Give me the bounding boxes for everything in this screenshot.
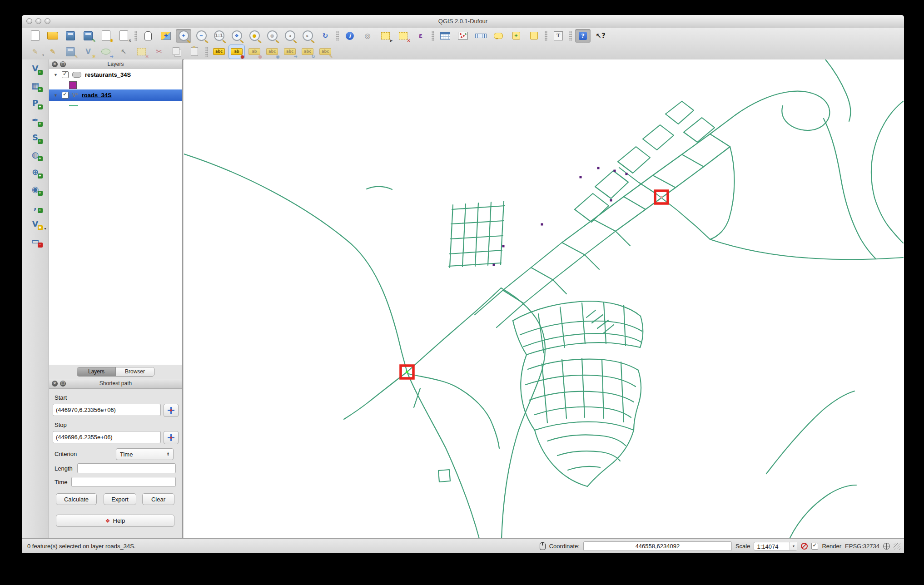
mouse-position-icon[interactable] <box>540 542 546 550</box>
open-project-button[interactable] <box>45 29 60 43</box>
run-feature-action-button[interactable]: ◎ <box>360 29 375 43</box>
coordinate-input[interactable]: 446558,6234092 <box>583 541 732 551</box>
label-move-button[interactable]: abc➜ <box>282 45 298 59</box>
map-tips-button[interactable] <box>491 29 506 43</box>
zoom-out-button[interactable]: − <box>194 29 209 43</box>
add-spatialite-layer-button[interactable]: ✒+ <box>26 112 45 129</box>
add-mssql-layer-button[interactable]: S+ <box>26 129 45 146</box>
criterion-select[interactable]: Time ▲▼ <box>116 448 174 460</box>
layer-tree[interactable]: ▼restaurants_34S▼V°roads_34S <box>49 69 182 365</box>
layer-name-label[interactable]: restaurants_34S <box>85 71 131 78</box>
select-features-button[interactable]: ➤ <box>378 29 393 43</box>
save-project-as-button[interactable]: ✎ <box>80 29 96 43</box>
add-delimited-text-layer-button[interactable]: ,+ <box>26 198 45 215</box>
add-wfs-layer-button[interactable]: ◉+ <box>26 181 45 198</box>
show-bookmarks-button[interactable] <box>526 29 541 43</box>
labeling-button[interactable]: abc <box>211 45 227 59</box>
zoom-full-button[interactable]: ❖ <box>229 29 244 43</box>
label-pin-button[interactable]: ab● <box>229 45 244 59</box>
crs-globe-icon[interactable] <box>883 543 890 550</box>
add-feature-button[interactable]: V✱ <box>80 45 96 59</box>
zoom-next-button[interactable]: ▸ <box>300 29 315 43</box>
stop-capture-button[interactable] <box>164 431 179 444</box>
toggle-editing-button[interactable]: ✎ <box>45 45 60 59</box>
zoom-last-button[interactable]: ◂ <box>282 29 298 43</box>
copy-features-button[interactable] <box>169 45 184 59</box>
tab-browser[interactable]: Browser <box>115 367 154 376</box>
layer-name-label[interactable]: roads_34S <box>82 92 112 99</box>
zoom-native-button[interactable]: 1:1 <box>211 29 227 43</box>
layer-item-restaurants_34S[interactable]: ▼restaurants_34S <box>49 69 182 80</box>
layers-panel-float-icon[interactable]: ❐ <box>60 61 66 67</box>
label-highlight-pinned-button[interactable]: ab● <box>247 45 262 59</box>
add-wcs-layer-button[interactable]: ⊕+ <box>26 164 45 180</box>
scale-dropdown-icon[interactable]: ▼ <box>790 542 797 550</box>
label-properties-button[interactable]: abc✎ <box>318 45 333 59</box>
select-by-expression-button[interactable]: ε <box>413 29 428 43</box>
help-contents-button[interactable]: ? <box>575 29 591 43</box>
layers-panel-close-icon[interactable]: ✕ <box>52 61 58 67</box>
label-rotate-button[interactable]: abc↻ <box>300 45 315 59</box>
render-checkbox[interactable] <box>811 543 818 550</box>
add-raster-layer-button[interactable]: ▦+ <box>26 77 45 94</box>
add-vector-layer-button[interactable]: V+ <box>26 60 45 77</box>
measure-line-button[interactable] <box>473 29 488 43</box>
layer-item-roads_34S[interactable]: ▼V°roads_34S <box>49 89 182 101</box>
identify-features-button[interactable]: i <box>342 29 358 43</box>
road-feature <box>592 315 603 323</box>
zoom-to-selection-button[interactable]: ● <box>264 29 280 43</box>
zoom-in-button[interactable]: + <box>176 29 191 43</box>
label-show-hide-button[interactable]: abc◉ <box>264 45 280 59</box>
calculate-button[interactable]: Calculate <box>56 493 97 505</box>
scale-combo[interactable]: 1:14074 ▼ <box>754 542 797 550</box>
cut-features-button[interactable]: ✂ <box>151 45 167 59</box>
clear-button[interactable]: Clear <box>142 493 174 505</box>
length-output[interactable] <box>77 463 176 473</box>
pan-to-selection-button[interactable] <box>158 29 174 43</box>
zoom-to-layer-button[interactable]: ● <box>247 29 262 43</box>
stop-render-icon[interactable] <box>801 543 808 550</box>
open-attribute-table-button[interactable] <box>437 29 453 43</box>
new-project-button[interactable] <box>27 29 43 43</box>
title-bar[interactable]: QGIS 2.0.1-Dufour <box>22 15 904 28</box>
start-capture-button[interactable] <box>164 404 179 417</box>
time-output[interactable] <box>71 477 176 487</box>
tab-layers[interactable]: Layers <box>77 367 115 376</box>
remove-layer-button[interactable]: ▭− <box>26 233 45 249</box>
whats-this-button[interactable]: ↖? <box>593 29 608 43</box>
start-input[interactable] <box>53 404 161 416</box>
export-button[interactable]: Export <box>104 493 136 505</box>
composer-manager-button[interactable]: s <box>116 29 131 43</box>
disclosure-triangle-icon[interactable]: ▼ <box>54 73 58 77</box>
road-feature <box>450 205 453 268</box>
shortest-path-close-icon[interactable]: ✕ <box>52 381 58 387</box>
text-annotation-button[interactable]: T <box>551 29 566 43</box>
layer-visibility-checkbox[interactable] <box>62 92 69 99</box>
deselect-features-button[interactable]: ✕ <box>395 29 411 43</box>
current-edits-dropdown-icon[interactable]: ▾ <box>42 53 44 57</box>
shortest-path-float-icon[interactable]: ❐ <box>60 381 66 387</box>
save-layer-edits-button[interactable]: ✎ <box>63 45 78 59</box>
new-print-composer-button[interactable]: ✱ <box>98 29 114 43</box>
delete-selected-button[interactable]: ✕ <box>134 45 149 59</box>
add-postgis-layer-button[interactable]: P+ <box>26 94 45 111</box>
layer-visibility-checkbox[interactable] <box>62 71 69 78</box>
map-canvas[interactable] <box>184 59 904 539</box>
move-feature-button[interactable]: ➜ <box>98 45 114 59</box>
help-button[interactable]: ❖ Help <box>56 515 174 527</box>
new-bookmark-button[interactable]: + <box>508 29 524 43</box>
window-resize-grip[interactable] <box>894 543 900 550</box>
current-edits-button[interactable]: ✎▾ <box>27 45 43 59</box>
add-wms-layer-button[interactable]: ◍+ <box>26 146 45 163</box>
paste-features-button[interactable] <box>187 45 202 59</box>
disclosure-triangle-icon[interactable]: ▼ <box>54 93 58 98</box>
node-tool-button[interactable]: ↖ <box>116 45 131 59</box>
save-project-button[interactable] <box>63 29 78 43</box>
new-shapefile-layer-button[interactable]: V✱▾ <box>26 215 45 232</box>
stop-input[interactable] <box>53 431 161 443</box>
new-shapefile-layer-dropdown-icon[interactable]: ▾ <box>44 227 46 231</box>
field-calculator-button[interactable] <box>455 29 471 43</box>
road-feature <box>547 435 626 446</box>
pan-map-button[interactable] <box>140 29 156 43</box>
refresh-map-button[interactable]: ↻ <box>318 29 333 43</box>
